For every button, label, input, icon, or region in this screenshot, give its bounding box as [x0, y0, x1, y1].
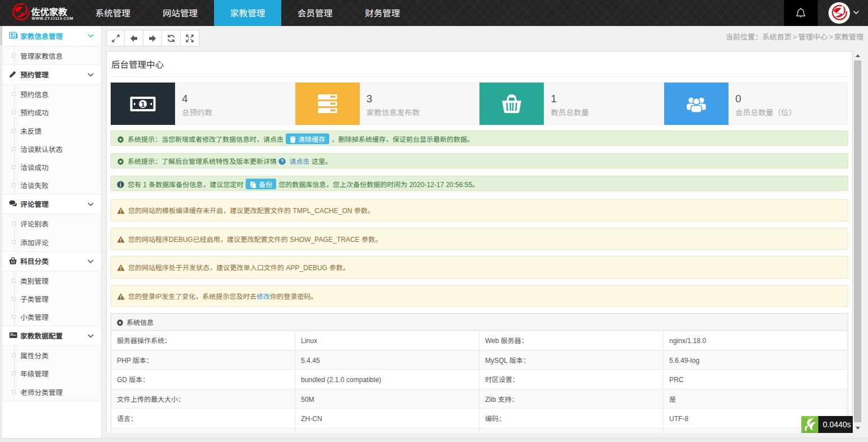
- svg-text:1: 1: [141, 100, 145, 109]
- svg-text:?: ?: [281, 158, 283, 164]
